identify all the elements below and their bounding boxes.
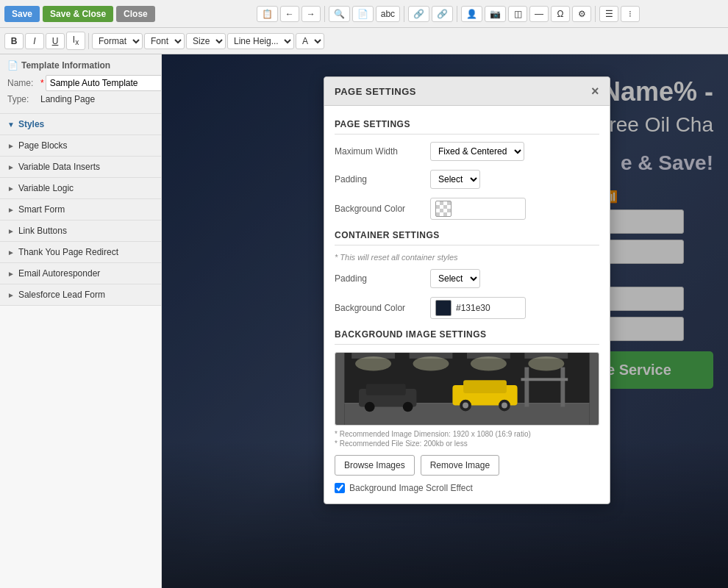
separator4 xyxy=(595,6,596,22)
content-area: %First Name% - Get a Free Oil Cha e & Sa… xyxy=(162,54,728,588)
italic-button[interactable]: I xyxy=(25,33,44,49)
bold-button[interactable]: B xyxy=(4,33,24,49)
container-bg-color-input[interactable]: #131e30 xyxy=(430,297,526,319)
image-icon[interactable]: 📷 xyxy=(485,6,506,22)
sidebar-section-email-auto: ► Email Autoresponder xyxy=(0,263,161,284)
image-action-buttons: Browse Images Remove Image xyxy=(335,455,599,476)
gear-icon[interactable]: ⚙ xyxy=(572,6,591,22)
undo-icon[interactable]: ← xyxy=(280,6,299,22)
sidebar-item-smart-form[interactable]: ► Smart Form xyxy=(0,199,161,220)
browse-images-button[interactable]: Browse Images xyxy=(335,455,415,476)
font-select[interactable]: Font xyxy=(144,33,185,49)
svg-point-20 xyxy=(403,402,413,412)
name-label: Name: xyxy=(7,78,40,88)
hr-icon[interactable]: ― xyxy=(529,6,549,22)
chevron-right-icon3: ► xyxy=(7,184,15,193)
chevron-right-icon7: ► xyxy=(7,270,15,278)
svg-rect-21 xyxy=(524,368,529,407)
person-icon[interactable]: 👤 xyxy=(461,6,482,22)
page-padding-select[interactable]: Select 0px 10px 20px xyxy=(430,170,480,189)
sidebar-item-thank-you[interactable]: ► Thank You Page Redirect xyxy=(0,242,161,262)
sidebar-section-page-blocks: ► Page Blocks xyxy=(0,135,161,157)
max-width-select[interactable]: Fixed & Centered Full Width xyxy=(430,142,524,161)
sidebar-item-salesforce[interactable]: ► Salesforce Lead Form xyxy=(0,284,161,305)
chevron-right-icon5: ► xyxy=(7,227,15,235)
garage-preview-svg xyxy=(335,353,599,425)
chevron-right-icon4: ► xyxy=(7,206,15,214)
max-width-group: Maximum Width Fixed & Centered Full Widt… xyxy=(335,142,599,161)
sidebar-item-email-auto[interactable]: ► Email Autoresponder xyxy=(0,263,161,284)
svg-point-16 xyxy=(502,403,507,409)
separator3 xyxy=(457,6,457,22)
type-label: Type: xyxy=(7,94,40,104)
remove-image-button[interactable]: Remove Image xyxy=(421,455,499,476)
sidebar-item-page-blocks[interactable]: ► Page Blocks xyxy=(0,135,161,156)
svg-rect-22 xyxy=(560,368,565,407)
sidebar-section-smart-form: ► Smart Form xyxy=(0,199,161,220)
template-type-value: Landing Page xyxy=(40,94,95,104)
svg-rect-12 xyxy=(463,380,507,393)
container-padding-label: Padding xyxy=(335,273,430,284)
copy-icon[interactable]: 📋 xyxy=(257,6,278,22)
chevron-right-icon2: ► xyxy=(7,163,15,171)
container-bg-color-value: #131e30 xyxy=(456,303,490,313)
close-button[interactable]: Close xyxy=(116,6,155,22)
svg-point-19 xyxy=(365,402,375,412)
sidebar-section-salesforce: ► Salesforce Lead Form xyxy=(0,284,161,306)
chevron-down-icon: ▼ xyxy=(7,121,15,129)
sidebar-item-link-buttons[interactable]: ► Link Buttons xyxy=(0,220,161,241)
svg-rect-23 xyxy=(521,378,568,381)
template-name-input[interactable] xyxy=(46,75,162,91)
page-bg-color-swatch xyxy=(435,201,452,217)
sidebar-item-variable-data[interactable]: ► Variable Data Inserts xyxy=(0,157,161,177)
scroll-effect-row: Background Image Scroll Effect xyxy=(335,483,599,493)
extra-select[interactable]: A xyxy=(296,33,324,49)
omega-icon[interactable]: Ω xyxy=(551,6,570,22)
container-padding-group: Padding Select 0px 10px 20px xyxy=(335,269,599,288)
rec-dimensions-text: * Recommended Image Dimension: 1920 x 10… xyxy=(335,430,599,438)
list-ul-icon[interactable]: ⁝ xyxy=(621,6,640,22)
svg-point-8 xyxy=(528,356,564,371)
search-icon[interactable]: 🔍 xyxy=(329,6,350,22)
modal-body: PAGE SETTINGS Maximum Width Fixed & Cent… xyxy=(324,106,610,503)
container-bg-color-swatch xyxy=(435,300,452,316)
format-select[interactable]: Format xyxy=(92,33,143,49)
modal-close-button[interactable]: × xyxy=(591,85,599,98)
save-button[interactable]: Save xyxy=(4,6,40,22)
page-settings-modal: PAGE SETTINGS × PAGE SETTINGS Maximum Wi… xyxy=(324,76,610,504)
size-select[interactable]: Size xyxy=(186,33,226,49)
sidebar-section-variable-logic: ► Variable Logic xyxy=(0,178,161,199)
page-bg-color-label: Background Color xyxy=(335,204,430,214)
spellcheck-icon[interactable]: 📄 xyxy=(352,6,374,22)
bg-image-preview xyxy=(335,352,599,426)
table-icon[interactable]: ◫ xyxy=(508,6,527,22)
link-icon[interactable]: 🔗 xyxy=(408,6,429,22)
template-info-panel: 📄 Template Information Name: * Type: Lan… xyxy=(0,54,161,114)
sidebar-item-variable-logic[interactable]: ► Variable Logic xyxy=(0,178,161,198)
chevron-right-icon8: ► xyxy=(7,291,15,299)
template-icon: 📄 xyxy=(7,60,18,71)
sidebar-item-styles[interactable]: ▼ Styles xyxy=(0,114,161,135)
max-width-label: Maximum Width xyxy=(335,146,430,157)
container-settings-title: CONTAINER SETTINGS xyxy=(335,230,599,245)
scroll-effect-label: Background Image Scroll Effect xyxy=(349,483,473,493)
svg-point-7 xyxy=(471,356,507,371)
svg-point-6 xyxy=(413,356,449,371)
separator2 xyxy=(404,6,404,22)
sidebar-section-styles: ▼ Styles xyxy=(0,114,161,135)
clear-format-button[interactable]: Ix xyxy=(66,32,85,49)
abc-icon[interactable]: abc xyxy=(376,6,400,22)
underline-button[interactable]: U xyxy=(46,33,65,49)
svg-point-15 xyxy=(463,403,468,409)
container-padding-select[interactable]: Select 0px 10px 20px xyxy=(430,269,480,288)
rec-filesize-text: * Recommended File Size: 200kb or less xyxy=(335,440,599,448)
list-ol-icon[interactable]: ☰ xyxy=(599,6,618,22)
page-bg-color-input[interactable] xyxy=(430,198,526,220)
redo-icon[interactable]: → xyxy=(301,6,321,22)
modal-header: PAGE SETTINGS × xyxy=(324,77,610,106)
unlink-icon[interactable]: 🔗 xyxy=(432,6,453,22)
save-close-button[interactable]: Save & Close xyxy=(43,6,113,22)
line-height-select[interactable]: Line Heig... xyxy=(227,33,294,49)
scroll-effect-checkbox[interactable] xyxy=(335,483,345,493)
container-reset-note: * This will reset all container styles xyxy=(335,253,599,262)
